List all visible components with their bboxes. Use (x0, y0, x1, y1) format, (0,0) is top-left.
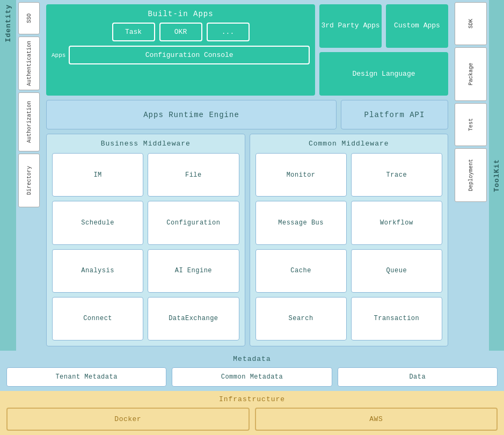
metadata-section: Metadata Tenant Metadata Common Metadata… (0, 351, 504, 391)
identity-label: Identity (4, 4, 12, 42)
infra-section: Infrastructure Docker AWS (0, 391, 504, 435)
infra-row: Docker AWS (6, 408, 498, 431)
config-console-button[interactable]: Configuration Console (69, 46, 310, 64)
middleware-section: Business Middleware IM File Schedule Con… (46, 134, 448, 346)
third-party-custom-box: 3rd Party Apps Custom Apps Design Langua… (319, 4, 448, 96)
mw-monitor: Monitor (255, 153, 347, 197)
built-in-apps-row: Task OKR ... (52, 23, 310, 41)
data-metadata: Data (338, 367, 498, 387)
common-middleware-title: Common Middleware (255, 140, 443, 148)
business-middleware-box: Business Middleware IM File Schedule Con… (46, 134, 245, 346)
common-middleware-box: Common Middleware Monitor Trace Message … (250, 134, 449, 346)
authentication-sidebar: Authentication (18, 37, 40, 90)
mw-file: File (148, 153, 239, 197)
toolkit-label: ToolKit (493, 159, 501, 192)
ellipsis-button[interactable]: ... (207, 23, 250, 41)
main-container: Identity SSO Authentication Authorizatio… (0, 0, 504, 435)
custom-apps-button[interactable]: Custom Apps (386, 4, 448, 48)
mw-trace: Trace (351, 153, 442, 197)
toolkit-inner-items: SDK Package Test Deployment (455, 2, 487, 349)
mw-schedule: Schedule (52, 201, 143, 244)
platform-api-box: Platform API (341, 100, 448, 129)
main-content: Built-in Apps Task OKR ... Apps Configur… (42, 0, 452, 351)
sso-sidebar: SSO (18, 2, 40, 34)
mw-dataexchange: DataExchange (148, 297, 239, 340)
apps-label: Apps (52, 52, 65, 59)
mw-ai-engine: AI Engine (148, 249, 239, 293)
business-middleware-grid: IM File Schedule Configuration Analysis … (52, 153, 239, 340)
toolkit-outer-sidebar: ToolKit (489, 0, 504, 351)
mw-cache: Cache (255, 249, 347, 293)
inner-left-sidebars: SSO Authentication Authorization Directo… (16, 0, 42, 351)
common-middleware-grid: Monitor Trace Message Bus Workflow Cache… (255, 153, 443, 340)
mw-analysis: Analysis (52, 249, 143, 293)
common-metadata: Common Metadata (172, 367, 332, 387)
infra-title: Infrastructure (6, 395, 498, 403)
mw-im: IM (52, 153, 143, 197)
metadata-row: Tenant Metadata Common Metadata Data (6, 367, 498, 387)
docker-item: Docker (6, 408, 250, 431)
mw-workflow: Workflow (351, 201, 442, 244)
mw-search: Search (255, 297, 347, 340)
design-language-button[interactable]: Design Language (319, 52, 448, 96)
runtime-row: Apps Runtime Engine Platform API (46, 100, 448, 129)
third-party-row: 3rd Party Apps Custom Apps (319, 4, 448, 48)
task-button[interactable]: Task (112, 23, 155, 41)
okr-button[interactable]: OKR (159, 23, 202, 41)
built-in-apps-title: Built-in Apps (52, 10, 310, 18)
top-area: Identity SSO Authentication Authorizatio… (0, 0, 504, 351)
package-item: Package (455, 47, 487, 101)
built-in-apps-box: Built-in Apps Task OKR ... Apps Configur… (46, 4, 315, 96)
identity-sidebar: Identity (0, 0, 16, 351)
mw-transaction: Transaction (351, 297, 442, 340)
business-middleware-title: Business Middleware (52, 140, 239, 148)
aws-item: AWS (255, 408, 498, 431)
test-item: Test (455, 103, 487, 146)
tenant-metadata: Tenant Metadata (6, 367, 166, 387)
right-sidebar-container: SDK Package Test Deployment ToolKit (452, 0, 504, 351)
metadata-title: Metadata (6, 355, 498, 363)
mw-connect: Connect (52, 297, 143, 340)
apps-top-section: Built-in Apps Task OKR ... Apps Configur… (46, 4, 448, 96)
mw-queue: Queue (351, 249, 442, 293)
third-party-button[interactable]: 3rd Party Apps (319, 4, 382, 48)
directory-sidebar: Directory (18, 154, 40, 207)
toolkit-inner-sidebar: SDK Package Test Deployment (452, 0, 489, 351)
runtime-engine-box: Apps Runtime Engine (46, 100, 337, 129)
authorization-sidebar: Authorization (18, 92, 40, 151)
mw-message-bus: Message Bus (255, 201, 347, 244)
deployment-item: Deployment (455, 148, 487, 202)
sdk-item: SDK (455, 2, 487, 45)
mw-configuration: Configuration (148, 201, 239, 244)
